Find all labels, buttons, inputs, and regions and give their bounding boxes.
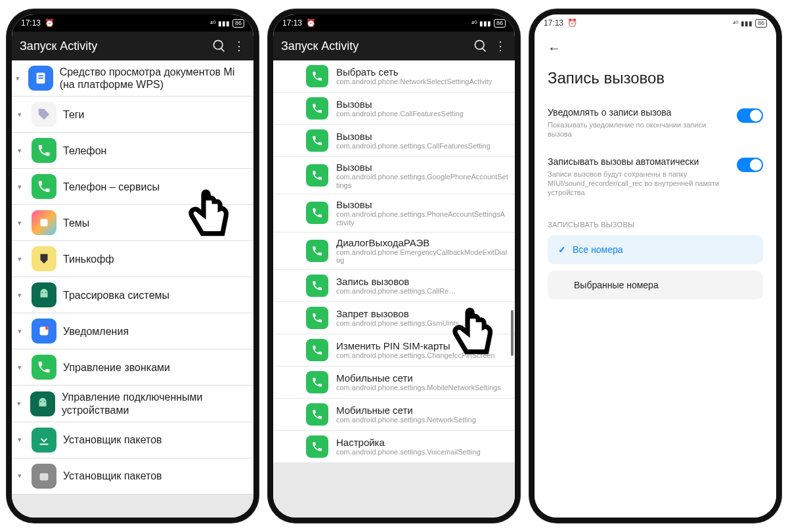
app-icon: [28, 66, 53, 91]
chevron-down-icon: ▾: [14, 110, 25, 119]
choice-all-numbers[interactable]: ✓ Все номера: [548, 235, 763, 264]
app-bar: Запуск Activity ⋮: [273, 32, 515, 60]
app-row[interactable]: ▾Уведомления: [12, 313, 253, 349]
app-icon: [30, 391, 55, 416]
more-icon[interactable]: ⋮: [232, 39, 246, 53]
chevron-down-icon: ▾: [14, 255, 25, 263]
app-label: Телефон: [63, 144, 106, 157]
activity-title: Мобильные сети: [336, 405, 476, 416]
app-row[interactable]: ▾Трассировка системы: [12, 277, 253, 313]
option-desc: Показывать уведомление по окончании запи…: [548, 120, 729, 139]
status-bar: 17:13 ⏰ ⁴ᴳ ▮▮▮ 86: [535, 14, 776, 32]
activity-title: Запись вызовов: [336, 276, 456, 287]
activity-row[interactable]: Мобильные сетиcom.android.phone.settings…: [273, 399, 515, 431]
chevron-down-icon: ▾: [14, 327, 25, 336]
phone-icon: [306, 307, 328, 329]
app-row[interactable]: ▾Темы: [12, 205, 253, 241]
app-row[interactable]: ▾Тинькофф: [12, 241, 253, 277]
activity-row[interactable]: Мобильные сетиcom.android.phone.settings…: [273, 366, 515, 399]
back-button[interactable]: ←: [548, 32, 763, 62]
svg-point-8: [40, 401, 41, 402]
app-label: Телефон – сервисы: [63, 181, 160, 193]
battery-icon: 86: [755, 19, 767, 28]
activity-title: ДиалогВыходаРАЭВ: [336, 237, 508, 248]
app-row[interactable]: ▾Телефон: [12, 133, 253, 169]
svg-rect-3: [41, 219, 48, 227]
chevron-down-icon: ▾: [14, 363, 25, 372]
signal-icon: ⁴ᴳ ▮▮▮: [471, 20, 491, 27]
auto-record-option[interactable]: Записывать вызовы автоматически Записи в…: [548, 151, 763, 210]
activity-class: com.android.phone.settings.NetworkSettin…: [336, 416, 476, 424]
app-row[interactable]: ▾Управление подключенными устройствами: [12, 386, 253, 422]
activity-row[interactable]: Запрет вызововcom.android.phone.settings…: [273, 302, 515, 334]
app-list[interactable]: ▾Средство просмотра документов Mi (на пл…: [12, 60, 253, 518]
app-label: Уведомления: [63, 325, 129, 338]
svg-rect-10: [40, 443, 49, 445]
activity-list[interactable]: Выбрать сетьcom.android.phone.NetworkSel…: [273, 60, 515, 518]
notify-option[interactable]: Уведомлять о записи вызова Показывать ув…: [548, 102, 763, 151]
activity-title: Вызовы: [336, 131, 491, 142]
toggle-switch[interactable]: [737, 108, 763, 123]
chevron-down-icon: ▾: [14, 183, 25, 191]
phone-icon: [306, 129, 328, 152]
app-label: Темы: [63, 217, 89, 229]
app-title: Запуск Activity: [20, 39, 97, 53]
app-icon: [32, 246, 56, 271]
battery-icon: 86: [232, 19, 244, 28]
activity-row[interactable]: Вызовыcom.android.phone.settings.CallFea…: [273, 125, 515, 157]
phone-2: 17:13 ⏰ ⁴ᴳ ▮▮▮ 86 Запуск Activity ⋮ Выбр…: [268, 9, 520, 523]
app-icon: [32, 282, 56, 307]
activity-class: com.android.phone.settings.GooglePhoneAc…: [336, 173, 508, 189]
phone-icon: [306, 65, 328, 87]
search-icon[interactable]: [213, 39, 226, 53]
activity-class: com.android.phone.settings.VoicemailSett…: [336, 448, 481, 456]
activity-class: com.android.phone.settings.CallFeaturesS…: [336, 142, 491, 150]
activity-title: Изменить PIN SIM-карты: [336, 340, 495, 351]
phone-3: 17:13 ⏰ ⁴ᴳ ▮▮▮ 86 ← Запись вызовов Уведо…: [529, 9, 781, 523]
toggle-switch[interactable]: [737, 158, 763, 172]
activity-row[interactable]: Вызовыcom.android.phone.settings.PhoneAc…: [273, 194, 515, 232]
activity-row[interactable]: Выбрать сетьcom.android.phone.NetworkSel…: [273, 60, 515, 93]
app-bar: Запуск Activity ⋮: [12, 32, 253, 60]
scrollbar[interactable]: [511, 310, 514, 356]
choice-label: Выбранные номера: [574, 280, 659, 290]
alarm-icon: ⏰: [306, 18, 316, 28]
app-label: Трассировка системы: [63, 289, 169, 301]
app-row[interactable]: ▾Средство просмотра документов Mi (на пл…: [12, 60, 253, 97]
option-title: Уведомлять о записи вызова: [548, 107, 729, 118]
activity-row[interactable]: Настройкаcom.android.phone.settings.Voic…: [273, 431, 515, 463]
activity-row[interactable]: Вызовыcom.android.phone.CallFeaturesSett…: [273, 93, 515, 125]
app-icon: [32, 355, 56, 380]
app-icon: [32, 102, 56, 127]
app-row[interactable]: ▾Телефон – сервисы: [12, 169, 253, 205]
activity-title: Вызовы: [336, 162, 508, 173]
app-row[interactable]: ▾Установщик пакетов: [12, 458, 253, 495]
svg-point-4: [41, 292, 43, 294]
app-icon: [32, 428, 56, 453]
app-label: Средство просмотра документов Mi (на пла…: [60, 66, 247, 91]
choice-selected-numbers[interactable]: Выбранные номера: [548, 271, 763, 299]
option-title: Записывать вызовы автоматически: [548, 156, 729, 167]
activity-title: Запрет вызовов: [336, 308, 478, 319]
activity-row[interactable]: ДиалогВыходаРАЭВcom.android.phone.Emerge…: [273, 233, 515, 270]
activity-title: Выбрать сеть: [336, 66, 492, 78]
phone-icon: [306, 275, 328, 297]
app-row[interactable]: ▾Теги: [12, 97, 253, 133]
chevron-down-icon: ▾: [14, 291, 25, 299]
activity-row[interactable]: Вызовыcom.android.phone.settings.GoogleP…: [273, 157, 515, 194]
settings-body: ← Запись вызовов Уведомлять о записи выз…: [535, 32, 776, 518]
search-icon[interactable]: [474, 39, 487, 53]
activity-row[interactable]: Запись вызововcom.android.phone.settings…: [273, 270, 515, 302]
svg-rect-2: [38, 78, 43, 79]
phone-icon: [306, 240, 328, 262]
phone-icon: [306, 371, 328, 393]
activity-row[interactable]: Изменить PIN SIM-картыcom.android.phone.…: [273, 334, 515, 366]
app-row[interactable]: ▾Управление звонками: [12, 349, 253, 386]
status-time: 17:13: [544, 18, 563, 28]
more-icon[interactable]: ⋮: [494, 39, 507, 53]
activity-class: com.android.phone.settings.PhoneAccountS…: [336, 210, 508, 227]
status-bar: 17:13 ⏰ ⁴ᴳ ▮▮▮ 86: [273, 14, 515, 32]
alarm-icon: ⏰: [567, 18, 577, 28]
phone-icon: [306, 164, 328, 187]
app-row[interactable]: ▾Установщик пакетов: [12, 422, 253, 458]
